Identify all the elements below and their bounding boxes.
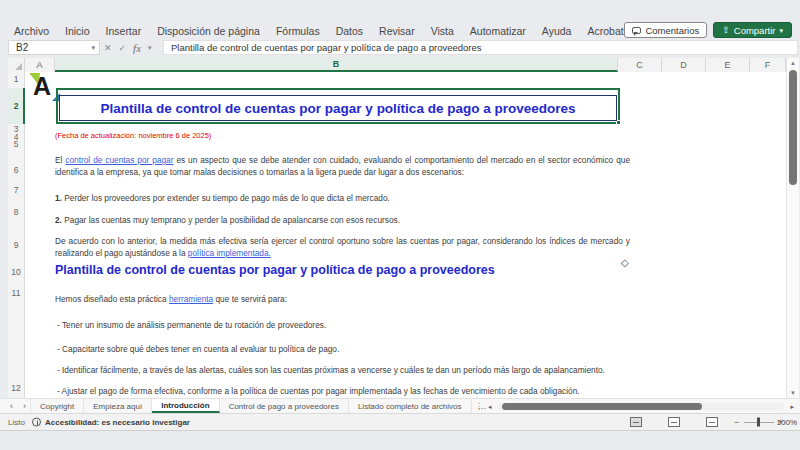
menu-item-inicio[interactable]: Inicio <box>57 25 98 37</box>
accessibility-text: Accesibilidad: es necesario investigar <box>45 418 190 427</box>
column-header-b[interactable]: B <box>55 58 618 72</box>
sheet-tabs: CopyrightEmpieza aquíIntroducciónControl… <box>30 399 472 413</box>
zoom-out-icon[interactable]: − <box>734 417 739 427</box>
column-header-e[interactable]: E <box>706 58 750 72</box>
column-header-f[interactable]: F <box>750 58 786 72</box>
comments-icon <box>632 27 641 34</box>
scroll-up-icon[interactable]: ▲ <box>787 60 799 66</box>
share-icon: ⇧ <box>722 26 730 35</box>
horizontal-scrollbar[interactable] <box>498 403 784 410</box>
conclusion-paragraph: De acuerdo con lo anterior, la medida má… <box>55 236 630 259</box>
vertical-scrollbar-thumb[interactable] <box>789 70 797 185</box>
tool-paragraph: Hemos diseñado esta práctica herramienta… <box>55 294 630 306</box>
scroll-down-icon[interactable]: ▼ <box>787 390 799 396</box>
accessibility-icon <box>32 418 41 427</box>
bullet-item: - Capacitarte sobre qué debes tener en c… <box>57 344 339 354</box>
sheet-tab-empieza-aqui[interactable]: Empieza aquí <box>84 399 152 413</box>
page-layout-view-icon[interactable] <box>668 417 680 427</box>
scenario-1: 1. Perder los proveedores por extender s… <box>55 193 630 205</box>
sheet-nav-right-icon[interactable]: › <box>23 401 26 411</box>
row-header-2[interactable]: 2 <box>8 101 24 111</box>
update-date-note: (Fecha de actualización: noviembre 6 de … <box>55 131 211 140</box>
menu-item-formulas[interactable]: Fórmulas <box>268 25 328 37</box>
document-title-cell[interactable]: Plantilla de control de cuentas por paga… <box>59 95 617 121</box>
name-box-caret-icon[interactable]: ▾ <box>91 44 95 51</box>
status-bar: Listo Accesibilidad: es necesario invest… <box>0 413 800 431</box>
row-headers: 123456789101112 <box>8 72 25 398</box>
cancel-icon[interactable]: ✕ <box>104 43 112 53</box>
comments-label: Comentarios <box>645 25 699 36</box>
menu-item-datos[interactable]: Datos <box>328 25 371 37</box>
link-politica-implementada[interactable]: política implementada. <box>188 248 271 258</box>
ribbon-top-right: Comentarios ⇧ Compartir ▾ <box>624 21 792 39</box>
scroll-right-icon[interactable]: ▸ <box>790 399 794 414</box>
row-header-1[interactable]: 1 <box>8 74 24 84</box>
row-header-12[interactable]: 12 <box>8 383 24 393</box>
page-break-view-icon[interactable] <box>706 417 718 427</box>
sheet-nav: ‹ › <box>0 399 30 413</box>
menu-item-automatizar[interactable]: Automatizar <box>462 25 534 37</box>
bullet-item: - Tener un insumo de análisis permanente… <box>57 320 326 330</box>
column-header-a[interactable]: A <box>25 58 55 72</box>
chevron-down-icon: ▾ <box>779 27 783 34</box>
row-header-10[interactable]: 10 <box>8 267 24 277</box>
formula-input[interactable]: Plantilla de control de cuentas por paga… <box>163 40 798 55</box>
view-shortcuts <box>630 417 718 427</box>
column-header-c[interactable]: C <box>618 58 662 72</box>
accessibility-status[interactable]: Accesibilidad: es necesario investigar <box>32 418 190 427</box>
enter-icon[interactable]: ✓ <box>119 43 127 53</box>
zoom-level[interactable]: 100% <box>777 418 797 427</box>
mouse-cursor-icon: ◇ <box>621 257 629 268</box>
row-header-11[interactable]: 11 <box>8 288 24 298</box>
row-header-9[interactable]: 9 <box>8 240 24 250</box>
row-header-8[interactable]: 8 <box>8 207 24 217</box>
link-herramienta[interactable]: herramienta <box>169 294 213 304</box>
menu-item-revisar[interactable]: Revisar <box>371 25 423 37</box>
sheet-tab-bar: ‹ › CopyrightEmpieza aquíIntroducciónCon… <box>0 398 800 413</box>
sheet-tab-copyright[interactable]: Copyright <box>30 399 84 413</box>
bullet-item: - Identificar fácilmente, a través de la… <box>57 365 605 375</box>
scenario-2: 2. Pagar las cuentas muy temprano y perd… <box>55 215 630 227</box>
sheet-tab-listado-completo-de-archivos[interactable]: Listado completo de archivos <box>349 399 472 413</box>
menu-item-ayuda[interactable]: Ayuda <box>534 25 580 37</box>
name-box[interactable]: B2 ▾ <box>8 40 100 55</box>
intro-paragraph: El control de cuentas por pagar es un as… <box>55 155 630 178</box>
bullet-item: - Ajustar el pago de forma efectiva, con… <box>57 386 580 396</box>
vertical-scrollbar[interactable]: ▲ ▼ <box>786 58 799 398</box>
row-header-7[interactable]: 7 <box>8 185 24 195</box>
row-header-6[interactable]: 6 <box>8 165 24 175</box>
name-box-value: B2 <box>16 42 28 53</box>
row-header-5[interactable]: 5 <box>8 139 24 149</box>
menu-item-disposicion-de-pagina[interactable]: Disposición de página <box>149 25 268 37</box>
select-all-corner[interactable] <box>8 58 25 72</box>
sheet-grid[interactable]: A Plantilla de control de cuentas por pa… <box>25 72 786 398</box>
menu-bar: ArchivoInicioInsertarDisposición de pági… <box>6 22 632 39</box>
link-control-cuentas[interactable]: control de cuentas por pagar <box>65 155 173 165</box>
sheet-nav-left-icon[interactable]: ‹ <box>10 401 13 411</box>
logo-letter: A <box>33 74 51 99</box>
status-mode: Listo <box>8 418 25 427</box>
insert-function-icon[interactable]: fx <box>133 42 141 54</box>
share-button[interactable]: ⇧ Compartir ▾ <box>713 22 792 38</box>
sheet-tab-control-de-pago-a-proveedores[interactable]: Control de pago a proveedores <box>220 399 349 413</box>
window-title-bar <box>0 0 800 22</box>
share-label: Compartir <box>734 25 776 36</box>
kebab-icon[interactable]: ⋮ <box>475 399 483 414</box>
comments-button[interactable]: Comentarios <box>624 22 707 38</box>
sheet-tab-introduccion[interactable]: Introducción <box>152 399 219 413</box>
formula-bar-buttons: ✕ ✓ fx ▾ <box>104 40 152 55</box>
section-heading: Plantilla de control de cuentas por paga… <box>55 263 495 277</box>
scroll-left-icon[interactable]: ◂ <box>488 399 492 414</box>
normal-view-icon[interactable] <box>630 417 642 427</box>
menu-item-vista[interactable]: Vista <box>423 25 462 37</box>
menu-item-insertar[interactable]: Insertar <box>98 25 150 37</box>
formula-caret-icon[interactable]: ▾ <box>148 44 152 51</box>
column-headers: ABCDEF <box>8 58 786 72</box>
excel-window: { "menu": { "items": ["Archivo","Inicio"… <box>0 0 800 450</box>
zoom-slider-thumb[interactable] <box>757 418 760 427</box>
column-header-d[interactable]: D <box>662 58 706 72</box>
menu-item-archivo[interactable]: Archivo <box>6 25 57 37</box>
horizontal-scrollbar-thumb[interactable] <box>502 403 702 410</box>
